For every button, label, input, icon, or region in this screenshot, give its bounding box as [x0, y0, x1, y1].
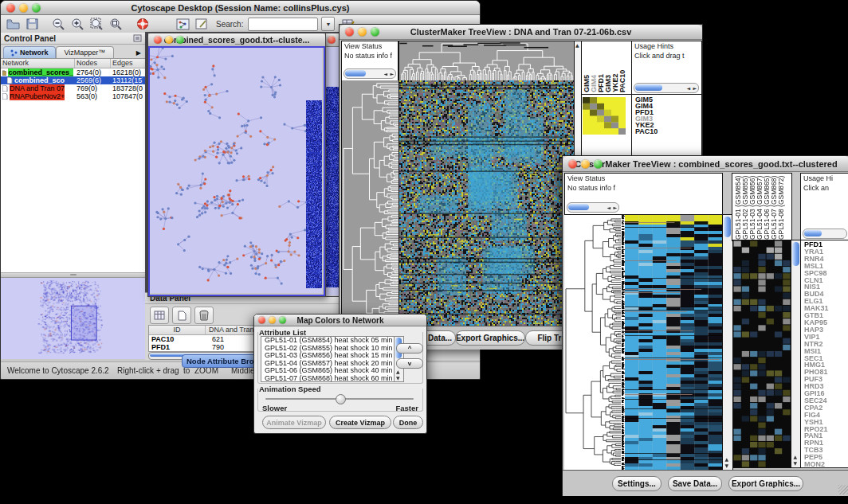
- attribute-listbox[interactable]: GPL51-01 (GSM854) heat shock 05 minGPL51…: [261, 336, 395, 382]
- desktop: Cytoscape Desktop (Session Name: collins…: [0, 0, 848, 504]
- delete-attribute-trash-icon[interactable]: [194, 307, 214, 324]
- tab-overflow-arrow[interactable]: ▶: [136, 49, 143, 58]
- tv2-export-graphics-button[interactable]: Export Graphics...: [728, 476, 803, 491]
- tv1-column-labels-panel: GIM5GIM4PFD1GIM3YKE2PAC10: [581, 41, 633, 96]
- tv2-heatmap-scrollbar[interactable]: ▲▼: [722, 214, 733, 471]
- network-tab-icon: [10, 49, 18, 57]
- tv2-usage-scrollbar[interactable]: [803, 229, 847, 239]
- tab-vizmapper[interactable]: VizMapper™: [56, 46, 115, 58]
- network-row-combined-scores[interactable]: combined_scores_ 2764(0) 16218(0): [1, 68, 145, 76]
- network-view-canvas[interactable]: [150, 48, 322, 293]
- treeview2-title: ClusterMaker TreeView : combined_scores_…: [563, 159, 848, 169]
- zoom-button[interactable]: [279, 317, 286, 324]
- dp-col-id[interactable]: ID: [149, 326, 206, 334]
- file-icon: [7, 77, 13, 84]
- close-button[interactable]: [328, 36, 336, 44]
- close-button[interactable]: [258, 317, 265, 324]
- file-icon: [2, 85, 8, 92]
- control-panel-title: Control Panel: [4, 34, 133, 43]
- done-button[interactable]: Done: [393, 416, 423, 429]
- search-input[interactable]: [248, 18, 318, 31]
- file-icon: [2, 93, 8, 100]
- tv2-settings-button[interactable]: Settings...: [612, 476, 662, 491]
- tv2-row-dendrogram-canvas[interactable]: [564, 214, 625, 470]
- search-dropdown-button[interactable]: ▼: [321, 17, 335, 31]
- zoom-in-icon[interactable]: [69, 17, 86, 31]
- tv2-gene-label[interactable]: MON2: [803, 461, 848, 468]
- tv1-correlation-matrix-canvas: [583, 97, 626, 135]
- tv2-usage-hints-panel: Usage Hi Click an: [800, 173, 848, 241]
- tv2-column-label: GPL51-08 (GSM872): [778, 174, 785, 240]
- tv2-save-data-button[interactable]: Save Data...: [668, 476, 722, 491]
- network-overview-icon[interactable]: [175, 17, 191, 31]
- main-titlebar[interactable]: Cytoscape Desktop (Session Name: collins…: [1, 1, 480, 15]
- tab-network[interactable]: Network: [3, 46, 56, 58]
- tv2-status-scrollbar[interactable]: ◄►: [567, 202, 619, 213]
- slower-label: Slower: [262, 404, 287, 412]
- open-file-icon[interactable]: [5, 17, 22, 31]
- create-vizmap-button[interactable]: Create Vizmap: [329, 416, 391, 429]
- attribute-select-icon[interactable]: [150, 307, 169, 324]
- annotation-icon[interactable]: [194, 17, 210, 31]
- move-up-button[interactable]: ^: [396, 343, 423, 354]
- network-row-combined-sco-selected[interactable]: combined_sco 2569(6) 13112(15): [1, 76, 145, 84]
- tv2-heatmap-canvas[interactable]: [625, 214, 722, 470]
- animation-speed-slider[interactable]: [265, 394, 414, 404]
- network-overview-canvas[interactable]: [1, 278, 145, 359]
- tv1-export-graphics-button[interactable]: Export Graphics...: [455, 330, 525, 346]
- animate-vizmap-button[interactable]: Animate Vizmap: [262, 416, 326, 429]
- move-down-button[interactable]: v: [396, 358, 423, 369]
- search-label: Search:: [216, 20, 243, 29]
- tv1-heatmap-canvas[interactable]: [398, 80, 575, 326]
- network-row-rnapuber[interactable]: RNAPuberNov2+ 563(0) 107847(0): [1, 92, 145, 100]
- control-panel-tabs: Network VizMapper™ ▶: [1, 45, 145, 59]
- tv1-usage-hints-panel: Usage Hints Click and drag t ◄►: [631, 41, 702, 96]
- slider-thumb[interactable]: [336, 394, 346, 404]
- folder-icon: [2, 69, 6, 76]
- control-panel: Control Panel Network VizMapper™ ▶ Netwo…: [1, 33, 146, 359]
- tv1-usage-scrollbar[interactable]: ◄►: [634, 83, 699, 93]
- network-table-header: Network Nodes Edges: [1, 59, 145, 68]
- tv2-top-dendrogram-panel: [620, 173, 723, 215]
- tv1-column-label: PAC10: [619, 65, 626, 92]
- tv2-column-labels-panel: GPL51-01 (GSM854)GPL51-02 (GSM855)GPL51-…: [732, 173, 792, 241]
- main-window-title: Cytoscape Desktop (Session Name: collins…: [1, 3, 480, 13]
- resize-grip[interactable]: [838, 485, 848, 494]
- close-button[interactable]: [6, 3, 15, 12]
- tv2-view-status-panel: View Status No status info f ◄►: [564, 173, 622, 215]
- attribute-list-item[interactable]: GPL51-07 (GSM868) heat shock 60 min: [263, 375, 394, 383]
- zoom-button[interactable]: [32, 3, 41, 12]
- tv1-view-status-panel: View Status No status info f ◄►: [341, 41, 398, 81]
- float-panel-icon[interactable]: [133, 34, 142, 42]
- help-lifebuoy-icon[interactable]: [134, 17, 151, 31]
- close-button[interactable]: [345, 28, 354, 37]
- tv1-column-dendrogram-canvas[interactable]: [398, 41, 575, 82]
- zoom-selected-icon[interactable]: [108, 17, 124, 31]
- minimize-button[interactable]: [581, 159, 590, 168]
- zoom-button[interactable]: [371, 28, 379, 37]
- close-button[interactable]: [568, 159, 577, 168]
- save-icon[interactable]: [24, 17, 41, 31]
- status-welcome: Welcome to Cytoscape 2.6.2: [7, 366, 109, 375]
- treeview-window-combined-scores: ClusterMaker TreeView : combined_scores_…: [562, 155, 848, 496]
- minimize-button[interactable]: [269, 317, 276, 324]
- tv1-row-dendrogram-canvas[interactable]: [341, 80, 399, 326]
- zoom-fit-icon[interactable]: [88, 17, 105, 31]
- tv2-button-bar: Settings... Save Data... Export Graphics…: [563, 470, 848, 496]
- tv1-gene-label[interactable]: PAC10: [634, 128, 701, 135]
- minimize-button[interactable]: [358, 28, 367, 37]
- zoom-button[interactable]: [176, 36, 184, 44]
- faster-label: Faster: [395, 404, 418, 412]
- close-button[interactable]: [154, 36, 162, 44]
- zoom-out-icon[interactable]: [50, 17, 67, 31]
- new-attribute-icon[interactable]: [172, 307, 191, 324]
- tv2-zoom-heatmap-canvas: [732, 240, 791, 468]
- node-attribute-browser-tab[interactable]: Node Attribute Brows: [182, 354, 260, 368]
- tv2-gene-list-panel: PFD1YRA1RNR4MSL1SPC98CLN1NIS1BUD4ELG1MAK…: [800, 240, 848, 468]
- network-view-window: combined_scores_good.txt--cluste...: [147, 33, 326, 297]
- network-row-dna-tran[interactable]: DNA and Tran 07 769(0) 183728(0): [1, 84, 145, 92]
- zoom-button[interactable]: [594, 159, 603, 168]
- minimize-button[interactable]: [165, 36, 173, 44]
- tv1-status-scrollbar[interactable]: ◄►: [344, 68, 396, 79]
- minimize-button[interactable]: [19, 3, 28, 12]
